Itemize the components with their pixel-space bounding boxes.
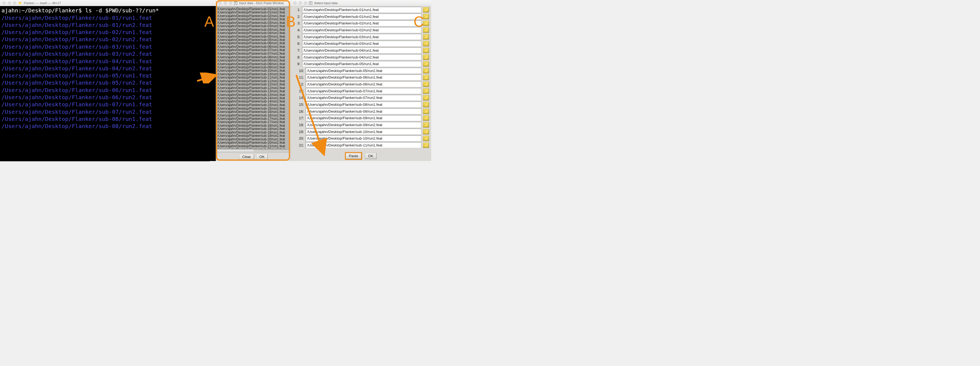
terminal-prompt-line: ajahn:~/Desktop/Flanker$ ls -d $PWD/sub-… <box>2 7 214 14</box>
select-titlebar[interactable]: X Select input data <box>291 0 431 6</box>
folder-browse-icon[interactable]: 📁 <box>423 75 429 80</box>
folder-browse-icon[interactable]: 📁 <box>423 48 429 53</box>
folder-browse-icon[interactable]: 📁 <box>423 27 429 33</box>
folder-browse-icon[interactable]: 📁 <box>423 34 429 40</box>
input-row: 11:📁 <box>297 75 429 81</box>
minimize-icon[interactable] <box>8 2 11 5</box>
row-number: 8: <box>293 55 301 59</box>
input-row: 12:📁 <box>297 81 429 88</box>
terminal-output-line: /Users/ajahn/Desktop/Flanker/sub-08/run2… <box>2 123 214 130</box>
terminal-output-line: /Users/ajahn/Desktop/Flanker/sub-07/run2… <box>2 108 214 115</box>
window-controls[interactable] <box>293 2 307 5</box>
paste-window: X Input data - 52x1 Paste Window Clear O… <box>216 0 291 161</box>
close-icon[interactable] <box>3 2 5 5</box>
select-window: X Select input data 1:📁2:📁3:📁4:📁5:📁6:📁7:… <box>291 0 431 161</box>
input-row: 7:📁 <box>293 47 429 53</box>
path-input[interactable] <box>305 122 421 128</box>
path-input[interactable] <box>305 68 421 74</box>
path-input[interactable] <box>302 34 421 40</box>
folder-browse-icon[interactable]: 📁 <box>423 61 429 67</box>
folder-browse-icon[interactable]: 📁 <box>423 143 429 148</box>
path-input[interactable] <box>302 7 421 13</box>
paste-title: Input data - 52x1 Paste Window <box>239 1 283 5</box>
terminal-output-line: /Users/ajahn/Desktop/Flanker/sub-05/run2… <box>2 80 214 87</box>
path-input[interactable] <box>305 81 421 88</box>
path-input[interactable] <box>302 47 421 53</box>
ok-button[interactable]: OK <box>365 153 377 159</box>
row-number: 15: <box>297 102 304 107</box>
folder-browse-icon[interactable]: 📁 <box>423 89 429 94</box>
row-number: 7: <box>293 48 301 53</box>
row-number: 19: <box>297 130 304 134</box>
input-row: 1:📁 <box>293 7 429 13</box>
path-input[interactable] <box>302 41 421 47</box>
path-input[interactable] <box>305 95 421 101</box>
terminal-output-line: /Users/ajahn/Desktop/Flanker/sub-01/run1… <box>2 14 214 21</box>
folder-icon: 📁 <box>18 1 22 5</box>
path-input[interactable] <box>302 13 421 19</box>
folder-browse-icon[interactable]: 📁 <box>423 81 429 87</box>
zoom-icon[interactable] <box>13 2 16 5</box>
horizontal-scrollbar[interactable] <box>217 149 290 153</box>
select-title: Select input data <box>314 1 337 5</box>
folder-browse-icon[interactable]: 📁 <box>423 129 429 134</box>
folder-browse-icon[interactable]: 📁 <box>423 102 429 107</box>
input-row: 10:📁 <box>297 68 429 74</box>
folder-browse-icon[interactable]: 📁 <box>423 136 429 141</box>
terminal-title: Flanker — -bash — 49×17 <box>24 1 61 5</box>
terminal-body[interactable]: ajahn:~/Desktop/Flanker$ ls -d $PWD/sub-… <box>0 6 216 161</box>
paste-titlebar[interactable]: X Input data - 52x1 Paste Window <box>216 0 291 6</box>
path-input[interactable] <box>305 102 421 108</box>
folder-browse-icon[interactable]: 📁 <box>423 54 429 60</box>
minimize-icon[interactable] <box>299 2 302 5</box>
terminal-command: ls -d $PWD/sub-??/run* <box>85 7 159 14</box>
path-input[interactable] <box>305 108 421 114</box>
paste-textarea[interactable] <box>217 7 290 149</box>
path-input[interactable] <box>302 61 421 67</box>
folder-browse-icon[interactable]: 📁 <box>423 122 429 127</box>
folder-browse-icon[interactable]: 📁 <box>423 68 429 73</box>
close-icon[interactable] <box>218 2 221 5</box>
row-number: 3: <box>293 21 301 25</box>
path-input[interactable] <box>305 129 421 135</box>
folder-browse-icon[interactable]: 📁 <box>423 41 429 46</box>
path-input[interactable] <box>305 75 421 81</box>
folder-browse-icon[interactable]: 📁 <box>423 21 429 26</box>
zoom-icon[interactable] <box>304 2 307 5</box>
window-controls[interactable] <box>3 2 16 5</box>
input-row: 19:📁 <box>297 129 429 135</box>
input-row: 21:📁 <box>297 142 429 148</box>
folder-browse-icon[interactable]: 📁 <box>423 7 429 12</box>
terminal-output-line: /Users/ajahn/Desktop/Flanker/sub-06/run1… <box>2 87 214 94</box>
folder-browse-icon[interactable]: 📁 <box>423 95 429 100</box>
row-number: 9: <box>293 62 301 66</box>
input-row: 9:📁 <box>293 61 429 67</box>
folder-browse-icon[interactable]: 📁 <box>423 115 429 121</box>
close-icon[interactable] <box>293 2 296 5</box>
minimize-icon[interactable] <box>224 2 227 5</box>
path-input[interactable] <box>302 20 421 26</box>
x11-icon: X <box>234 2 237 5</box>
ok-button[interactable]: OK <box>256 154 268 160</box>
folder-browse-icon[interactable]: 📁 <box>423 109 429 114</box>
folder-browse-icon[interactable]: 📁 <box>423 14 429 19</box>
row-number: 20: <box>297 136 304 140</box>
input-row: 5:📁 <box>293 34 429 40</box>
zoom-icon[interactable] <box>229 2 232 5</box>
path-input[interactable] <box>302 54 421 60</box>
path-input[interactable] <box>305 88 421 94</box>
row-number: 5: <box>293 35 301 39</box>
terminal-output-line: /Users/ajahn/Desktop/Flanker/sub-06/run2… <box>2 94 214 101</box>
path-input[interactable] <box>302 27 421 33</box>
path-input[interactable] <box>305 135 421 142</box>
path-input[interactable] <box>305 142 421 148</box>
path-input[interactable] <box>305 115 421 121</box>
terminal-titlebar[interactable]: 📁 Flanker — -bash — 49×17 <box>0 0 216 6</box>
row-number: 17: <box>297 116 304 120</box>
clear-button[interactable]: Clear <box>239 154 254 160</box>
input-row: 6:📁 <box>293 41 429 47</box>
window-controls[interactable] <box>218 2 232 5</box>
paste-button[interactable]: Paste <box>346 153 361 159</box>
terminal-output-line: /Users/ajahn/Desktop/Flanker/sub-02/run1… <box>2 29 214 36</box>
input-row: 17:📁 <box>297 115 429 121</box>
